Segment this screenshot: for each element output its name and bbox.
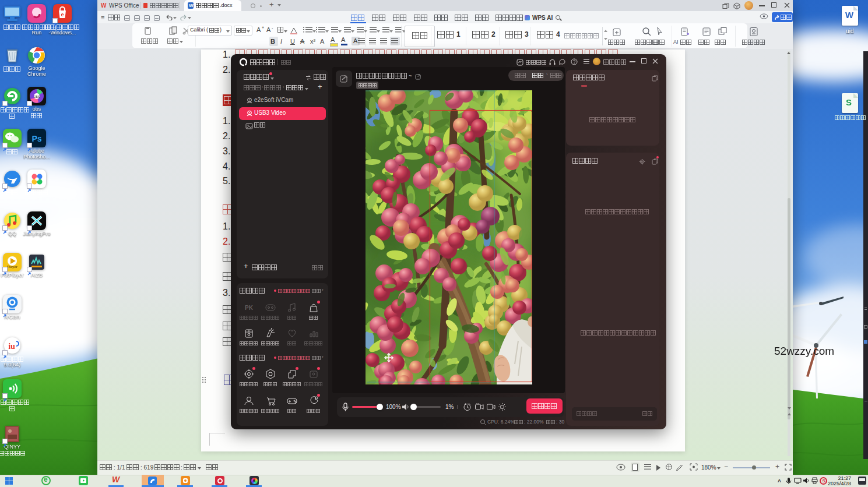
- svg-text:Ps: Ps: [31, 134, 41, 143]
- svg-text:OBS: OBS: [34, 95, 40, 98]
- svg-text:PK: PK: [245, 305, 254, 311]
- svg-text:Player: Player: [7, 265, 18, 269]
- svg-text:iu: iu: [8, 342, 15, 351]
- svg-text:e: e: [61, 12, 64, 17]
